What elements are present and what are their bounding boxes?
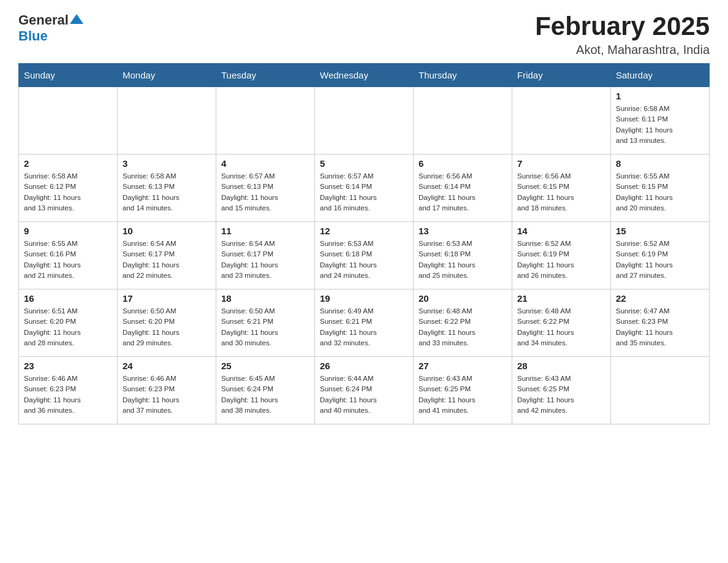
logo-blue-text: Blue: [18, 28, 48, 44]
day-info: Sunrise: 6:43 AMSunset: 6:25 PMDaylight:…: [517, 373, 605, 416]
calendar-cell: 12Sunrise: 6:53 AMSunset: 6:18 PMDayligh…: [315, 222, 414, 289]
day-info: Sunrise: 6:47 AMSunset: 6:23 PMDaylight:…: [616, 306, 704, 348]
calendar-subtitle: Akot, Maharashtra, India: [535, 43, 710, 57]
calendar-cell: 14Sunrise: 6:52 AMSunset: 6:19 PMDayligh…: [512, 222, 611, 289]
day-number: 14: [517, 226, 605, 236]
day-number: 27: [419, 361, 507, 371]
day-info: Sunrise: 6:54 AMSunset: 6:17 PMDaylight:…: [123, 239, 211, 281]
logo-general-text: General: [18, 12, 69, 28]
calendar-header-row: SundayMondayTuesdayWednesdayThursdayFrid…: [19, 64, 710, 87]
day-number: 2: [24, 158, 112, 169]
day-number: 1: [616, 91, 704, 101]
calendar-cell: [315, 87, 414, 155]
calendar-cell: 9Sunrise: 6:55 AMSunset: 6:16 PMDaylight…: [19, 222, 118, 289]
calendar-week-row: 23Sunrise: 6:46 AMSunset: 6:23 PMDayligh…: [19, 357, 710, 424]
calendar-cell: 17Sunrise: 6:50 AMSunset: 6:20 PMDayligh…: [118, 289, 216, 357]
day-number: 25: [221, 361, 309, 371]
calendar-cell: 23Sunrise: 6:46 AMSunset: 6:23 PMDayligh…: [19, 357, 118, 424]
calendar-cell: 24Sunrise: 6:46 AMSunset: 6:23 PMDayligh…: [118, 357, 216, 424]
day-number: 16: [24, 293, 112, 304]
logo-arrow-icon: [70, 13, 83, 28]
calendar-cell: 13Sunrise: 6:53 AMSunset: 6:18 PMDayligh…: [414, 222, 512, 289]
calendar-cell: 19Sunrise: 6:49 AMSunset: 6:21 PMDayligh…: [315, 289, 414, 357]
page-header: General Blue February 2025 Akot, Maharas…: [18, 12, 710, 57]
calendar-cell: [216, 87, 315, 155]
day-number: 21: [517, 293, 605, 304]
day-header-sunday: Sunday: [19, 64, 118, 87]
day-number: 8: [616, 158, 704, 169]
day-info: Sunrise: 6:55 AMSunset: 6:15 PMDaylight:…: [616, 171, 704, 213]
calendar-week-row: 9Sunrise: 6:55 AMSunset: 6:16 PMDaylight…: [19, 222, 710, 289]
day-number: 15: [616, 226, 704, 236]
day-info: Sunrise: 6:45 AMSunset: 6:24 PMDaylight:…: [221, 373, 309, 416]
calendar-cell: 16Sunrise: 6:51 AMSunset: 6:20 PMDayligh…: [19, 289, 118, 357]
day-number: 17: [123, 293, 211, 304]
calendar-cell: 10Sunrise: 6:54 AMSunset: 6:17 PMDayligh…: [118, 222, 216, 289]
calendar-cell: 7Sunrise: 6:56 AMSunset: 6:15 PMDaylight…: [512, 155, 611, 222]
day-info: Sunrise: 6:54 AMSunset: 6:17 PMDaylight:…: [221, 239, 309, 281]
day-info: Sunrise: 6:58 AMSunset: 6:13 PMDaylight:…: [123, 171, 211, 213]
day-info: Sunrise: 6:44 AMSunset: 6:24 PMDaylight:…: [320, 373, 408, 416]
day-number: 7: [517, 158, 605, 169]
calendar-cell: 3Sunrise: 6:58 AMSunset: 6:13 PMDaylight…: [118, 155, 216, 222]
calendar-cell: 22Sunrise: 6:47 AMSunset: 6:23 PMDayligh…: [611, 289, 710, 357]
day-number: 13: [419, 226, 507, 236]
day-header-wednesday: Wednesday: [315, 64, 414, 87]
calendar-week-row: 16Sunrise: 6:51 AMSunset: 6:20 PMDayligh…: [19, 289, 710, 357]
day-number: 19: [320, 293, 408, 304]
day-number: 26: [320, 361, 408, 371]
calendar-cell: 8Sunrise: 6:55 AMSunset: 6:15 PMDaylight…: [611, 155, 710, 222]
calendar-cell: 28Sunrise: 6:43 AMSunset: 6:25 PMDayligh…: [512, 357, 611, 424]
calendar-title: February 2025: [535, 12, 710, 40]
day-number: 23: [24, 361, 112, 371]
day-info: Sunrise: 6:57 AMSunset: 6:14 PMDaylight:…: [320, 171, 408, 213]
day-info: Sunrise: 6:50 AMSunset: 6:21 PMDaylight:…: [221, 306, 309, 348]
day-info: Sunrise: 6:48 AMSunset: 6:22 PMDaylight:…: [517, 306, 605, 348]
day-number: 6: [419, 158, 507, 169]
day-number: 28: [517, 361, 605, 371]
day-number: 10: [123, 226, 211, 236]
day-info: Sunrise: 6:43 AMSunset: 6:25 PMDaylight:…: [419, 373, 507, 416]
day-number: 18: [221, 293, 309, 304]
calendar-week-row: 2Sunrise: 6:58 AMSunset: 6:12 PMDaylight…: [19, 155, 710, 222]
day-header-saturday: Saturday: [611, 64, 710, 87]
calendar-cell: 4Sunrise: 6:57 AMSunset: 6:13 PMDaylight…: [216, 155, 315, 222]
day-number: 11: [221, 226, 309, 236]
day-info: Sunrise: 6:58 AMSunset: 6:11 PMDaylight:…: [616, 104, 704, 146]
day-info: Sunrise: 6:49 AMSunset: 6:21 PMDaylight:…: [320, 306, 408, 348]
day-number: 4: [221, 158, 309, 169]
calendar-cell: 20Sunrise: 6:48 AMSunset: 6:22 PMDayligh…: [414, 289, 512, 357]
calendar-cell: [512, 87, 611, 155]
calendar-cell: 26Sunrise: 6:44 AMSunset: 6:24 PMDayligh…: [315, 357, 414, 424]
day-header-thursday: Thursday: [414, 64, 512, 87]
calendar-cell: 5Sunrise: 6:57 AMSunset: 6:14 PMDaylight…: [315, 155, 414, 222]
calendar-cell: 25Sunrise: 6:45 AMSunset: 6:24 PMDayligh…: [216, 357, 315, 424]
day-number: 9: [24, 226, 112, 236]
calendar-cell: 1Sunrise: 6:58 AMSunset: 6:11 PMDaylight…: [611, 87, 710, 155]
day-info: Sunrise: 6:56 AMSunset: 6:14 PMDaylight:…: [419, 171, 507, 213]
day-number: 3: [123, 158, 211, 169]
day-info: Sunrise: 6:53 AMSunset: 6:18 PMDaylight:…: [320, 239, 408, 281]
calendar-table: SundayMondayTuesdayWednesdayThursdayFrid…: [18, 63, 710, 424]
calendar-cell: [19, 87, 118, 155]
calendar-cell: 27Sunrise: 6:43 AMSunset: 6:25 PMDayligh…: [414, 357, 512, 424]
day-number: 12: [320, 226, 408, 236]
calendar-week-row: 1Sunrise: 6:58 AMSunset: 6:11 PMDaylight…: [19, 87, 710, 155]
title-section: February 2025 Akot, Maharashtra, India: [535, 12, 710, 57]
svg-marker-0: [70, 14, 83, 24]
day-header-friday: Friday: [512, 64, 611, 87]
day-info: Sunrise: 6:46 AMSunset: 6:23 PMDaylight:…: [24, 373, 112, 416]
day-number: 5: [320, 158, 408, 169]
day-info: Sunrise: 6:57 AMSunset: 6:13 PMDaylight:…: [221, 171, 309, 213]
calendar-cell: 11Sunrise: 6:54 AMSunset: 6:17 PMDayligh…: [216, 222, 315, 289]
calendar-cell: 21Sunrise: 6:48 AMSunset: 6:22 PMDayligh…: [512, 289, 611, 357]
day-info: Sunrise: 6:56 AMSunset: 6:15 PMDaylight:…: [517, 171, 605, 213]
day-number: 22: [616, 293, 704, 304]
day-info: Sunrise: 6:55 AMSunset: 6:16 PMDaylight:…: [24, 239, 112, 281]
day-info: Sunrise: 6:58 AMSunset: 6:12 PMDaylight:…: [24, 171, 112, 213]
day-info: Sunrise: 6:52 AMSunset: 6:19 PMDaylight:…: [616, 239, 704, 281]
day-number: 20: [419, 293, 507, 304]
day-header-monday: Monday: [118, 64, 216, 87]
day-info: Sunrise: 6:48 AMSunset: 6:22 PMDaylight:…: [419, 306, 507, 348]
logo: General Blue: [18, 12, 83, 44]
